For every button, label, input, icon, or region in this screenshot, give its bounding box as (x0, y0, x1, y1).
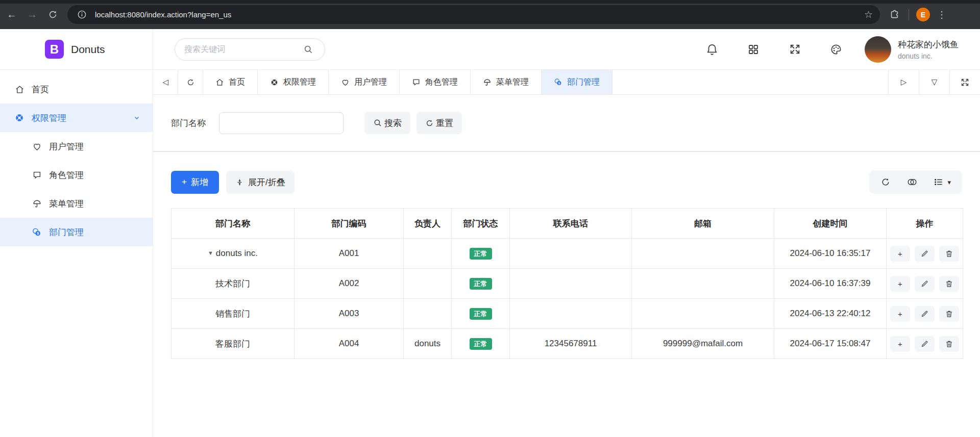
col-dept-name: 部门名称 (172, 209, 295, 239)
cell-status: 正常 (452, 299, 510, 329)
lifebuoy-icon (270, 78, 279, 87)
cell-created: 2024-06-10 16:35:17 (774, 239, 887, 269)
browser-chrome: ← → localhost:8080/index.action?lang=en_… (0, 0, 980, 29)
browser-profile-avatar[interactable]: E (916, 8, 930, 21)
cell-leader: donuts (404, 329, 452, 359)
tab-home[interactable]: 首页 (203, 70, 258, 94)
heart-icon (341, 78, 350, 87)
collapse-arrow-icon[interactable]: ▼ (208, 250, 213, 256)
bookmark-star-icon[interactable]: ☆ (864, 9, 873, 20)
reset-button[interactable]: 重置 (416, 112, 462, 134)
logo[interactable]: B Donuts (0, 29, 153, 69)
caret-down-icon: ▾ (947, 178, 951, 186)
tab-label: 部门管理 (567, 77, 600, 88)
sidebar-item-roles[interactable]: 角色管理 (0, 161, 153, 189)
row-add-button[interactable]: + (890, 276, 910, 292)
browser-address-bar[interactable]: localhost:8080/index.action?lang=en_us ☆ (67, 5, 880, 24)
column-toggle-icon[interactable] (906, 177, 918, 187)
expand-collapse-button[interactable]: 展开/折叠 (226, 171, 295, 194)
table-row: 客服部门 A004 donuts 正常 12345678911 999999@m… (172, 329, 963, 359)
col-actions: 操作 (887, 209, 963, 239)
status-badge: 正常 (470, 338, 492, 350)
search-button[interactable]: 搜索 (364, 112, 410, 134)
row-delete-button[interactable] (939, 306, 959, 322)
col-dept-code: 部门编码 (295, 209, 404, 239)
list-settings-icon[interactable]: ▾ (934, 177, 951, 187)
row-delete-button[interactable] (939, 246, 959, 262)
tabs-refresh-button[interactable] (178, 70, 203, 94)
svg-text:$: $ (37, 232, 39, 236)
search-icon[interactable] (301, 42, 315, 57)
cell-dept-name: 客服部门 (172, 329, 295, 359)
cell-dept-name: 销售部门 (172, 299, 295, 329)
tabs-scroll-left-button[interactable]: ◁ (153, 70, 178, 94)
tab-users[interactable]: 用户管理 (329, 70, 400, 94)
table-row: 销售部门 A003 正常 2024-06-13 22:40:12 + (172, 299, 963, 329)
tab-label: 用户管理 (354, 77, 387, 88)
row-delete-button[interactable] (939, 336, 959, 352)
user-avatar[interactable] (865, 36, 891, 63)
global-search[interactable] (175, 38, 325, 61)
theme-palette-icon[interactable] (829, 42, 843, 57)
cell-status: 正常 (452, 269, 510, 299)
row-add-button[interactable]: + (890, 246, 910, 262)
cell-actions: + (887, 329, 963, 359)
sidebar-item-label: 首页 (32, 84, 49, 95)
dept-name-label: 部门名称 (171, 117, 206, 129)
tab-label: 权限管理 (283, 77, 316, 88)
cell-actions: + (887, 269, 963, 299)
col-leader: 负责人 (404, 209, 452, 239)
status-badge: 正常 (470, 308, 492, 320)
fullscreen-icon[interactable] (788, 42, 802, 57)
plus-icon: + (182, 177, 187, 187)
browser-menu-icon[interactable]: ⋮ (937, 9, 946, 20)
cell-email (632, 239, 774, 269)
browser-forward-button[interactable]: → (23, 6, 41, 23)
sidebar-item-label: 部门管理 (49, 226, 84, 238)
apps-grid-icon[interactable] (746, 42, 761, 57)
row-edit-button[interactable] (915, 306, 935, 322)
extensions-icon[interactable] (887, 8, 901, 22)
row-edit-button[interactable] (915, 246, 935, 262)
browser-back-button[interactable]: ← (3, 6, 20, 23)
tab-bar: ◁ 首页 权限管理 用户管理 (153, 70, 980, 95)
heart-icon (32, 141, 42, 151)
user-org: donuts inc. (898, 52, 959, 60)
user-name: 种花家的小饿鱼 (898, 39, 959, 50)
reset-button-label: 重置 (436, 117, 453, 129)
col-status: 部门状态 (452, 209, 510, 239)
tabs-dropdown-button[interactable]: ▽ (919, 70, 949, 94)
cell-created: 2024-06-13 22:40:12 (774, 299, 887, 329)
add-button[interactable]: + 新增 (171, 171, 219, 194)
global-search-input[interactable] (184, 45, 301, 54)
refresh-icon[interactable] (880, 177, 891, 187)
chevron-down-icon[interactable] (133, 114, 140, 121)
sidebar: 首页 权限管理 用户管理 角色管理 菜单管 (0, 70, 153, 437)
tab-departments[interactable]: $ 部门管理 (542, 70, 612, 94)
row-delete-button[interactable] (939, 276, 959, 292)
notification-bell-icon[interactable] (705, 42, 719, 57)
sidebar-item-menus[interactable]: 菜单管理 (0, 189, 153, 218)
browser-reload-button[interactable] (44, 6, 61, 23)
url-text[interactable]: localhost:8080/index.action?lang=en_us (95, 10, 864, 19)
tab-permissions[interactable]: 权限管理 (258, 70, 329, 94)
row-add-button[interactable]: + (890, 336, 910, 352)
tab-menus[interactable]: 菜单管理 (471, 70, 542, 94)
sidebar-item-label: 权限管理 (32, 112, 66, 124)
col-email: 邮箱 (632, 209, 774, 239)
content-fullscreen-button[interactable] (949, 70, 980, 94)
row-edit-button[interactable] (915, 276, 935, 292)
cell-dept-code: A001 (295, 239, 404, 269)
row-edit-button[interactable] (915, 336, 935, 352)
sidebar-item-users[interactable]: 用户管理 (0, 132, 153, 161)
table-header-row: 部门名称 部门编码 负责人 部门状态 联系电话 邮箱 创建时间 操作 (172, 209, 963, 239)
site-info-icon[interactable] (75, 8, 89, 22)
sidebar-item-permissions[interactable]: 权限管理 (0, 104, 153, 132)
tab-roles[interactable]: 角色管理 (400, 70, 471, 94)
dept-name-input[interactable] (219, 112, 344, 134)
sidebar-item-home[interactable]: 首页 (0, 75, 153, 104)
row-add-button[interactable]: + (890, 306, 910, 322)
sidebar-item-departments[interactable]: $ 部门管理 (0, 218, 153, 246)
user-profile[interactable]: 种花家的小饿鱼 donuts inc. (865, 36, 959, 63)
tabs-scroll-right-button[interactable]: ▷ (888, 70, 919, 94)
